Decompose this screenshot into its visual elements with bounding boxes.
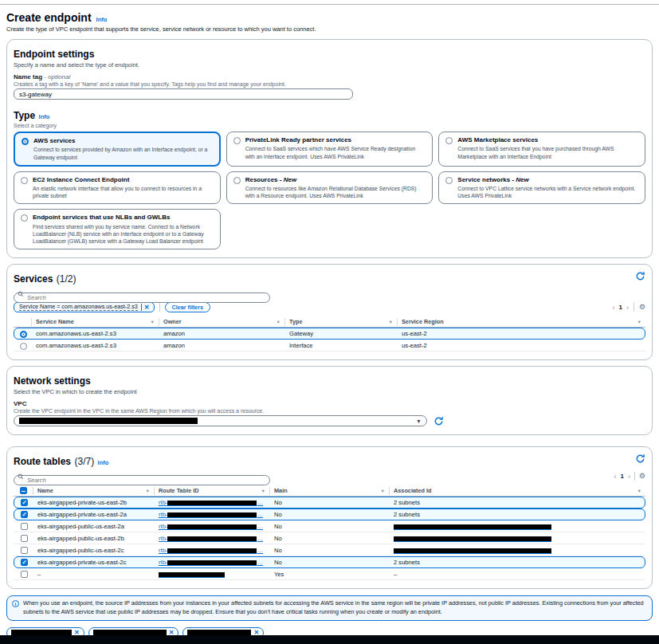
service-name-cell: com.amazonaws.us-east-2.s3: [32, 342, 159, 349]
route-table-id-link[interactable]: [155, 571, 270, 578]
radio-icon[interactable]: [20, 343, 27, 350]
sort-caret-icon[interactable]: ▼: [277, 320, 280, 324]
redacted-id: [159, 572, 225, 578]
row-checkbox[interactable]: [21, 499, 28, 506]
route-table-row[interactable]: eks-airgapped-public-us-east-2b rtb-… No: [14, 532, 645, 544]
page-number[interactable]: 1: [620, 473, 623, 480]
route-table-row[interactable]: eks-airgapped-private-us-east-2c rtb-… N…: [14, 556, 645, 568]
tile-title: Resources - New: [245, 176, 426, 184]
page-info-link[interactable]: Info: [96, 16, 108, 23]
radio-icon[interactable]: [21, 177, 28, 184]
main-cell: No: [270, 535, 390, 542]
tile-title: AWS Marketplace services: [457, 136, 638, 144]
route-tables-info-link[interactable]: Info: [98, 459, 109, 466]
remove-filter-icon[interactable]: ✕: [141, 304, 152, 311]
refresh-icon[interactable]: [635, 454, 645, 464]
route-table-id-link[interactable]: rtb-…: [155, 523, 270, 530]
route-table-id-link[interactable]: rtb-…: [155, 511, 270, 518]
sort-caret-icon[interactable]: ▼: [146, 489, 150, 493]
route-tables-search-input[interactable]: [14, 475, 270, 485]
services-heading: Services: [14, 273, 53, 285]
service-row[interactable]: com.amazonaws.us-east-2.s3 amazon Interf…: [14, 340, 645, 351]
vpc-label: VPC: [14, 400, 645, 407]
row-checkbox[interactable]: [21, 535, 28, 542]
row-checkbox[interactable]: [21, 511, 28, 518]
type-tile-ec2-instance-connect[interactable]: EC2 Instance Connect Endpoint An elastic…: [14, 171, 221, 205]
type-cell: Gateway: [285, 330, 398, 337]
sort-caret-icon[interactable]: ▼: [389, 320, 393, 324]
type-tile-resources[interactable]: Resources - New Connect to resources lik…: [226, 171, 433, 205]
route-table-id-link[interactable]: rtb-…: [155, 535, 270, 542]
row-checkbox[interactable]: [21, 547, 28, 554]
type-tile-service-networks[interactable]: Service networks - New Connect to VPC La…: [438, 171, 645, 205]
prev-page-icon[interactable]: ‹: [612, 304, 614, 312]
sort-caret-icon[interactable]: ▼: [261, 489, 265, 493]
services-search-input[interactable]: [14, 293, 270, 303]
page-number[interactable]: 1: [618, 304, 622, 311]
col-name: Name: [37, 487, 53, 494]
route-table-id-link[interactable]: rtb-…: [155, 559, 270, 566]
clear-filters-button[interactable]: Clear filters: [165, 302, 211, 312]
vpc-select[interactable]: ▼: [14, 415, 427, 426]
refresh-icon[interactable]: [433, 416, 444, 426]
associated-cell: –: [390, 571, 645, 578]
service-filter-token[interactable]: Service Name = com.amazonaws.us-east-2.s…: [14, 302, 155, 312]
type-tiles: AWS services Connect to services provide…: [14, 132, 645, 249]
main-cell: Yes: [270, 571, 390, 578]
route-table-row[interactable]: eks-airgapped-private-us-east-2a rtb-… N…: [14, 509, 645, 520]
next-page-icon[interactable]: ›: [626, 304, 629, 312]
sort-caret-icon[interactable]: ▼: [381, 489, 385, 493]
type-tile-privatelink-partner[interactable]: PrivateLink Ready partner services Conne…: [226, 132, 433, 167]
filter-token-label: Service Name = com.amazonaws.us-east-2.s…: [19, 304, 138, 311]
route-table-name: eks-airgapped-private-us-east-2b: [33, 499, 155, 506]
radio-icon[interactable]: [20, 331, 27, 338]
subnets-link[interactable]: 2 subnets: [394, 511, 420, 518]
tile-description: An elastic network interface that allow …: [33, 185, 214, 199]
tile-title: PrivateLink Ready partner services: [245, 136, 426, 144]
type-tile-marketplace[interactable]: AWS Marketplace services Connect to SaaS…: [438, 132, 645, 167]
prev-page-icon[interactable]: ‹: [614, 473, 616, 481]
redacted-id: [167, 524, 257, 530]
route-table-row[interactable]: eks-airgapped-public-us-east-2c rtb-… No: [14, 544, 645, 556]
radio-icon[interactable]: [233, 137, 241, 144]
sort-caret-icon[interactable]: ▼: [637, 320, 641, 324]
sort-caret-icon[interactable]: ▼: [151, 320, 155, 324]
sort-caret-icon[interactable]: ▼: [637, 489, 641, 493]
radio-icon[interactable]: [233, 177, 241, 184]
type-info-link[interactable]: Info: [39, 113, 50, 120]
search-icon: [18, 291, 24, 297]
refresh-icon[interactable]: [635, 271, 645, 281]
radio-icon[interactable]: [445, 137, 453, 144]
radio-icon[interactable]: [21, 214, 28, 222]
settings-gear-icon[interactable]: ⚙: [639, 473, 645, 480]
row-checkbox[interactable]: [21, 559, 28, 566]
owner-cell: amazon: [159, 342, 285, 349]
main-cell: No: [270, 547, 390, 554]
redacted-id: [167, 501, 257, 506]
col-main: Main: [274, 487, 288, 494]
divider: [634, 472, 635, 481]
services-count: (1/2): [57, 273, 76, 285]
type-tile-nlb-gwlb[interactable]: Endpoint services that use NLBs and GWLB…: [14, 209, 221, 249]
radio-icon[interactable]: [445, 177, 453, 184]
radio-icon[interactable]: [22, 138, 29, 145]
route-tables-table: Name▼ Route Table ID▼ Main▼ Associated I…: [14, 485, 645, 580]
route-table-row[interactable]: eks-airgapped-private-us-east-2b rtb-… N…: [14, 497, 645, 509]
row-checkbox[interactable]: [21, 523, 28, 530]
subnets-link[interactable]: 2 subnets: [394, 499, 420, 506]
route-table-id-link[interactable]: rtb-…: [155, 499, 270, 506]
name-tag-input[interactable]: [14, 88, 353, 100]
tile-description: Connect to SaaS services which have AWS …: [245, 145, 426, 159]
select-all-checkbox[interactable]: [20, 487, 27, 494]
route-table-id-link[interactable]: rtb-…: [155, 547, 270, 554]
subnets-link[interactable]: 2 subnets: [394, 559, 420, 566]
next-page-icon[interactable]: ›: [628, 473, 630, 481]
route-table-row[interactable]: eks-airgapped-public-us-east-2a rtb-… No: [14, 520, 645, 532]
route-table-row[interactable]: – Yes –: [14, 568, 645, 580]
route-tables-search: [14, 471, 270, 481]
bottom-bar: [0, 635, 659, 644]
row-checkbox[interactable]: [21, 571, 28, 578]
service-row[interactable]: com.amazonaws.us-east-2.s3 amazon Gatewa…: [14, 328, 645, 340]
settings-gear-icon[interactable]: ⚙: [639, 304, 645, 311]
type-tile-aws-services[interactable]: AWS services Connect to services provide…: [14, 132, 221, 167]
